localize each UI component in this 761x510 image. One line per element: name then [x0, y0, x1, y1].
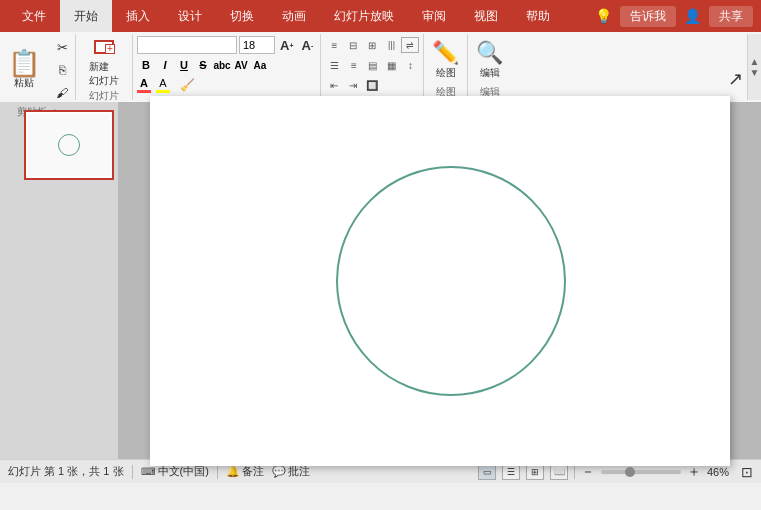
- slides-group: + 新建幻灯片 幻灯片: [76, 34, 133, 100]
- zoom-slider[interactable]: [601, 470, 681, 474]
- share-button[interactable]: 共享: [709, 6, 753, 27]
- char-spacing-button[interactable]: AV: [232, 57, 250, 73]
- menu-start[interactable]: 开始: [60, 0, 112, 32]
- decrease-indent-button[interactable]: ⇤: [325, 77, 343, 93]
- font-content: A+ A- B I U S abc AV Aa A: [137, 36, 316, 94]
- list-button-1[interactable]: ≡: [325, 37, 343, 53]
- ribbon-content: 📋 粘贴 ✂ ⎘ 🖌 剪贴板 ↗ +: [0, 32, 761, 102]
- format-row1: B I U S abc AV Aa: [137, 56, 269, 74]
- share-icon[interactable]: 👤: [684, 8, 701, 24]
- shadow-button[interactable]: abc: [213, 57, 231, 73]
- ribbon-scroll-button[interactable]: ▲ ▼: [747, 34, 761, 100]
- align-center-button[interactable]: ≡: [344, 57, 362, 73]
- main-area: 1: [0, 102, 761, 459]
- case-button[interactable]: Aa: [251, 57, 269, 73]
- fit-to-window-button[interactable]: ⊡: [741, 464, 753, 480]
- menu-transition[interactable]: 切换: [216, 0, 268, 32]
- format-painter-button[interactable]: 🖌: [53, 82, 71, 104]
- highlight-color-button[interactable]: A: [156, 77, 170, 93]
- line-spacing-button[interactable]: ↕: [401, 57, 419, 73]
- clipboard-content: 📋 粘贴 ✂ ⎘ 🖌: [4, 36, 71, 104]
- slide-thumb-wrapper: 1: [4, 110, 114, 180]
- italic-button[interactable]: I: [156, 57, 174, 73]
- drawing-icon: ✏️: [432, 40, 459, 66]
- strikethrough-button[interactable]: S: [194, 57, 212, 73]
- reading-view-button[interactable]: 📖: [550, 464, 568, 480]
- slides-label: 幻灯片: [80, 88, 128, 104]
- menu-review[interactable]: 审阅: [408, 0, 460, 32]
- notes-button[interactable]: 🔔 备注: [226, 464, 264, 479]
- menu-insert[interactable]: 插入: [112, 0, 164, 32]
- scroll-down-icon[interactable]: ▼: [750, 67, 760, 78]
- align-left-button[interactable]: ☰: [325, 57, 343, 73]
- slide-canvas[interactable]: [150, 96, 730, 466]
- clear-format-button[interactable]: 🧹: [177, 76, 198, 94]
- new-slide-button[interactable]: + 新建幻灯片: [80, 36, 128, 88]
- underline-button[interactable]: U: [175, 57, 193, 73]
- new-slide-icon: +: [94, 36, 114, 58]
- para-row1: ≡ ⊟ ⊞ ||| ⇌: [325, 36, 419, 54]
- font-selector-row: A+ A-: [137, 36, 316, 54]
- justify-button[interactable]: ▦: [382, 57, 400, 73]
- copy-button[interactable]: ⎘: [53, 59, 71, 81]
- drawing-content: ✏️ 绘图: [428, 36, 463, 84]
- notes-icon: 🔔: [226, 465, 240, 478]
- status-divider1: [132, 465, 133, 479]
- slide-panel: 1: [0, 102, 118, 459]
- font-name-input[interactable]: [137, 36, 237, 54]
- direction-button[interactable]: ⇌: [401, 37, 419, 53]
- font-color-button[interactable]: A: [137, 77, 151, 93]
- increase-font-button[interactable]: A+: [277, 36, 296, 54]
- status-divider3: [574, 465, 575, 479]
- slide-info: 幻灯片 第 1 张，共 1 张: [8, 464, 124, 479]
- col-button[interactable]: |||: [382, 37, 400, 53]
- drawing-group: ✏️ 绘图 绘图: [424, 34, 468, 100]
- lightbulb-icon[interactable]: 💡: [595, 8, 612, 24]
- titlebar-right: 💡 告诉我 👤 共享: [595, 6, 753, 27]
- canvas-area: [118, 102, 761, 459]
- menu-help[interactable]: 帮助: [512, 0, 564, 32]
- normal-view-button[interactable]: ▭: [478, 464, 496, 480]
- scroll-up-icon[interactable]: ▲: [750, 56, 760, 67]
- title-bar: 文件 开始 插入 设计 切换 动画 幻灯片放映 审阅 视图 帮助 💡: [0, 0, 761, 32]
- slides-content: + 新建幻灯片: [80, 36, 128, 88]
- language-indicator[interactable]: ⌨ 中文(中国): [141, 464, 209, 479]
- menu-view[interactable]: 视图: [460, 0, 512, 32]
- menu-animation[interactable]: 动画: [268, 0, 320, 32]
- outline-view-button[interactable]: ☰: [502, 464, 520, 480]
- list-button-2[interactable]: ⊟: [344, 37, 362, 53]
- menu-slideshow[interactable]: 幻灯片放映: [320, 0, 408, 32]
- editing-group: 🔍 编辑 编辑: [468, 34, 511, 100]
- editing-button[interactable]: 🔍 编辑: [472, 36, 507, 84]
- slide-thumbnail[interactable]: [24, 110, 114, 180]
- tell-me-button[interactable]: 告诉我: [620, 6, 676, 27]
- font-size-input[interactable]: [239, 36, 275, 54]
- comments-button[interactable]: 💬 批注: [272, 464, 310, 479]
- status-divider2: [217, 465, 218, 479]
- ribbon: 📋 粘贴 ✂ ⎘ 🖌 剪贴板 ↗ +: [0, 32, 761, 102]
- canvas-circle[interactable]: [336, 166, 566, 396]
- menu-tabs: 文件 开始 插入 设计 切换 动画 幻灯片放映 审阅 视图 帮助: [8, 0, 595, 32]
- paragraph-group: ≡ ⊟ ⊞ ||| ⇌ ☰ ≡ ▤ ▦ ↕ ⇤ ⇥ 🔲: [321, 34, 424, 100]
- slide-sorter-button[interactable]: ⊞: [526, 464, 544, 480]
- decrease-font-button[interactable]: A-: [298, 36, 316, 54]
- list-button-3[interactable]: ⊞: [363, 37, 381, 53]
- clipboard-col: ✂ ⎘ 🖌: [53, 36, 71, 104]
- menu-file[interactable]: 文件: [8, 0, 60, 32]
- thumb-circle: [58, 134, 80, 156]
- drawing-button[interactable]: ✏️ 绘图: [428, 36, 463, 84]
- paragraph-content: ≡ ⊟ ⊞ ||| ⇌ ☰ ≡ ▤ ▦ ↕ ⇤ ⇥ 🔲: [325, 36, 419, 94]
- menu-design[interactable]: 设计: [164, 0, 216, 32]
- zoom-thumb: [625, 467, 635, 477]
- smartart-button[interactable]: 🔲: [363, 77, 381, 93]
- zoom-level[interactable]: 46%: [707, 466, 735, 478]
- paste-button[interactable]: 📋 粘贴: [4, 44, 44, 96]
- align-right-button[interactable]: ▤: [363, 57, 381, 73]
- increase-indent-button[interactable]: ⇥: [344, 77, 362, 93]
- paste-icon: 📋: [8, 50, 40, 76]
- cut-button[interactable]: ✂: [53, 36, 71, 58]
- slide-thumb-inner: [28, 114, 110, 176]
- clipboard-group: 📋 粘贴 ✂ ⎘ 🖌 剪贴板 ↗: [0, 34, 76, 100]
- bold-button[interactable]: B: [137, 57, 155, 73]
- comments-icon: 💬: [272, 465, 286, 478]
